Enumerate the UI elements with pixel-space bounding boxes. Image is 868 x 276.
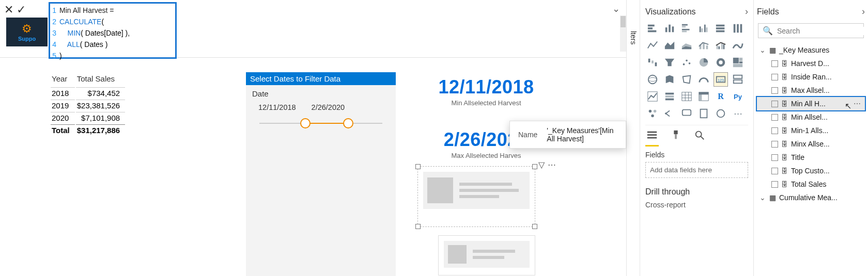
- waterfall-icon[interactable]: [645, 55, 660, 70]
- field-well[interactable]: Add data fields here: [645, 162, 748, 178]
- dax-editor[interactable]: 1Min All Harvest = 2CALCULATE( 3 MIN( Da…: [49, 2, 177, 59]
- svg-rect-25: [706, 45, 708, 49]
- svg-point-63: [654, 110, 657, 113]
- gauge-icon[interactable]: [696, 72, 711, 87]
- more-options-icon[interactable]: ⋯: [854, 100, 862, 108]
- clustered-bar-icon[interactable]: [679, 21, 694, 36]
- stacked-bar-100-icon[interactable]: [714, 21, 728, 36]
- search-input[interactable]: [777, 27, 867, 35]
- treemap-icon[interactable]: [731, 55, 745, 70]
- formula-expand-icon[interactable]: ⌄: [612, 3, 620, 14]
- slicer-slider[interactable]: [259, 123, 382, 124]
- decomposition-tree-icon[interactable]: [662, 106, 677, 121]
- field-min-all-h[interactable]: 🗄 Min All H... ⋯ ↖: [757, 97, 865, 110]
- formula-commit-icon[interactable]: ✓: [17, 3, 26, 17]
- pie-icon[interactable]: [696, 55, 711, 70]
- formula-scrollbar[interactable]: [620, 15, 626, 52]
- svg-point-64: [651, 115, 654, 118]
- stacked-column-icon[interactable]: [662, 21, 677, 36]
- key-influencers-icon[interactable]: [645, 106, 660, 121]
- card-label: Min Allselected Harvest: [422, 99, 551, 107]
- field-tooltip: Name '_Key Measures'[Min All Harvest]: [509, 121, 626, 149]
- field-minx-allse[interactable]: 🗄Minx Allse...: [757, 137, 865, 151]
- formula-cancel-icon[interactable]: ✕: [4, 3, 13, 17]
- svg-rect-75: [674, 131, 677, 134]
- slider-thumb-start[interactable]: [300, 118, 311, 128]
- paginated-report-icon[interactable]: [696, 106, 711, 121]
- placeholder-visual[interactable]: [417, 166, 535, 227]
- slicer-to-date[interactable]: 2/26/2020: [312, 103, 345, 111]
- line-clustered-column-icon[interactable]: [714, 38, 728, 53]
- scatter-icon[interactable]: [679, 55, 694, 70]
- date-slicer[interactable]: Select Dates to Filter Data Date 12/11/2…: [246, 72, 396, 276]
- python-visual-icon[interactable]: Py: [731, 89, 745, 104]
- svg-rect-8: [682, 29, 690, 30]
- field-total-sales[interactable]: 🗄Total Sales: [757, 177, 865, 191]
- gear-icon: ⚙: [22, 22, 32, 36]
- field-min-1-alls[interactable]: 🗄Min-1 Alls...: [757, 124, 865, 137]
- filled-map-icon[interactable]: [662, 72, 677, 87]
- kpi-icon[interactable]: [645, 89, 660, 104]
- filters-pane-collapsed[interactable]: lters: [626, 0, 640, 276]
- analytics-tab-icon[interactable]: [694, 129, 705, 143]
- map-icon[interactable]: [645, 72, 660, 87]
- table-icon[interactable]: [679, 89, 694, 104]
- slicer-icon[interactable]: [662, 89, 677, 104]
- field-max-allsel[interactable]: 🗄Max Allsel...: [757, 84, 865, 97]
- line-chart-icon[interactable]: [645, 38, 660, 53]
- report-canvas: ✕ ✓ ⌄ ⚙ Suppo 1Min All Harvest = 2CALCUL…: [0, 0, 626, 276]
- svg-rect-5: [672, 26, 674, 32]
- field-harvest-d[interactable]: 🗄Harvest D...: [757, 57, 865, 70]
- shape-map-icon[interactable]: [679, 72, 694, 87]
- sales-table-visual[interactable]: Year Total Sales 2018$734,452 2019$23,38…: [50, 72, 126, 137]
- stacked-bar-icon[interactable]: [645, 21, 660, 36]
- svg-rect-7: [682, 26, 686, 27]
- table-cumulative-mea[interactable]: ⌄ ▦ Cumulative Mea...: [757, 191, 865, 204]
- viz-gallery: 123 R Py ⋯: [645, 21, 748, 121]
- more-visuals-icon[interactable]: ⋯: [731, 106, 745, 121]
- qa-visual-icon[interactable]: [679, 106, 694, 121]
- slicer-from-date[interactable]: 12/11/2018: [258, 103, 296, 111]
- area-chart-icon[interactable]: [662, 38, 677, 53]
- placeholder-visual-2[interactable]: [438, 235, 535, 275]
- tooltip-name-value: '_Key Measures'[Min All Harvest]: [547, 126, 617, 143]
- field-top-custo[interactable]: 🗄Top Custo...: [757, 164, 865, 177]
- svg-rect-2: [648, 30, 657, 33]
- svg-rect-17: [734, 24, 736, 33]
- logo-text: Suppo: [18, 36, 36, 42]
- svg-rect-42: [739, 61, 742, 63]
- card-icon[interactable]: 123: [714, 72, 728, 87]
- field-title[interactable]: 🗄Title: [757, 151, 865, 164]
- svg-rect-72: [647, 132, 657, 133]
- arcgis-icon[interactable]: [714, 106, 728, 121]
- svg-rect-74: [647, 137, 657, 139]
- chevron-right-icon[interactable]: ›: [862, 6, 865, 17]
- clustered-column-icon[interactable]: [696, 21, 711, 36]
- line-stacked-column-icon[interactable]: [696, 38, 711, 53]
- field-min-allsel[interactable]: 🗄Min Allsel...: [757, 110, 865, 124]
- filter-icon[interactable]: ▽: [538, 160, 545, 170]
- fields-tab-icon[interactable]: [646, 129, 658, 143]
- table-key-measures[interactable]: ⌄ ▦ _Key Measures: [757, 43, 865, 57]
- fields-search[interactable]: 🔍: [758, 23, 864, 38]
- matrix-icon[interactable]: [696, 89, 711, 104]
- donut-icon[interactable]: [714, 55, 728, 70]
- more-options-icon[interactable]: ⋯: [548, 160, 556, 170]
- slicer-title: Select Dates to Filter Data: [246, 72, 396, 85]
- svg-rect-54: [682, 92, 691, 101]
- multi-row-card-icon[interactable]: [731, 72, 745, 87]
- ribbon-chart-icon[interactable]: [731, 38, 745, 53]
- svg-rect-15: [716, 27, 725, 29]
- svg-line-78: [701, 136, 704, 139]
- chevron-right-icon[interactable]: ›: [745, 6, 748, 17]
- stacked-column-100-icon[interactable]: [731, 21, 745, 36]
- slider-thumb-end[interactable]: [343, 118, 353, 128]
- r-visual-icon[interactable]: R: [714, 89, 728, 104]
- chevron-down-icon: ⌄: [759, 46, 766, 54]
- format-tab-icon[interactable]: [670, 129, 681, 143]
- funnel-icon[interactable]: [662, 55, 677, 70]
- svg-rect-48: [734, 75, 742, 78]
- field-inside-ran[interactable]: 🗄Inside Ran...: [757, 70, 865, 84]
- min-harvest-card[interactable]: 12/11/2018 Min Allselected Harvest: [422, 76, 551, 107]
- stacked-area-icon[interactable]: [679, 38, 694, 53]
